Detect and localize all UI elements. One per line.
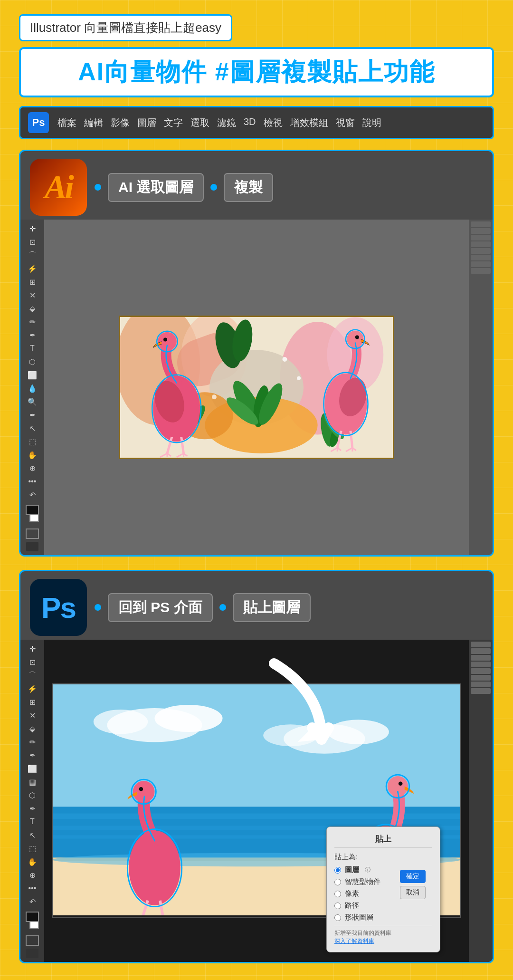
ai-artwork-frame [119, 316, 394, 460]
ps-tool-text[interactable]: T [25, 817, 39, 827]
ps-tool-heal[interactable]: ⬙ [25, 723, 39, 734]
tool-eraser[interactable]: ⬜ [25, 370, 39, 380]
menu-item-select[interactable]: 選取 [190, 116, 209, 129]
ai-section-card: Ai AI 選取圖層 複製 ✛ ⊡ ⌒ ⚡ [19, 150, 494, 557]
ps-label-back-text: 回到 PS 介面 [118, 599, 202, 615]
panel-strip-6 [471, 255, 491, 260]
tool-zoom2[interactable]: ⊕ [25, 463, 39, 473]
ps-tool-dots[interactable]: ••• [25, 883, 39, 894]
ai-app-icon: Ai [30, 159, 87, 216]
ai-dot-1 [95, 184, 101, 191]
ps-tool-palette: ✛ ⊡ ⌒ ⚡ ⊞ ✕ ⬙ ✏ ✒ ⬜ ▦ ⬡ ✒ T ↖ ⬚ ✋ ⊕ ••• … [20, 640, 44, 962]
tool-rect[interactable]: ⬚ [25, 436, 39, 447]
ps-tool-move[interactable]: ✛ [25, 644, 39, 654]
menu-item-file[interactable]: 檔案 [57, 116, 76, 129]
paste-cancel-button[interactable]: 取消 [400, 886, 426, 899]
paste-option-path[interactable]: 路徑 [334, 901, 432, 910]
paste-radio-smart[interactable] [334, 879, 341, 885]
tool-color-bg [29, 514, 39, 522]
menu-item-help[interactable]: 說明 [362, 116, 381, 129]
tool-pencil[interactable]: ✏ [25, 317, 39, 327]
ps-tool-swap2[interactable]: ↶ [25, 896, 39, 907]
tool-eyedrop[interactable]: 💧 [25, 383, 39, 394]
ps-tool-zoom3[interactable]: ⊕ [25, 870, 39, 880]
paste-radio-pixel[interactable] [334, 891, 341, 897]
ps-color-fg[interactable] [26, 912, 39, 922]
tool-brush[interactable]: ⬙ [25, 303, 39, 314]
tool-crop[interactable]: ⊞ [25, 277, 39, 287]
tool-mode[interactable] [26, 542, 38, 551]
ps-tool-pen[interactable]: ✒ [25, 803, 39, 814]
footer: TNL MEDIA GROUP Proudly Different Angles [19, 977, 494, 980]
ps-tool-hand2[interactable]: ✋ [25, 856, 39, 867]
ai-dot-2 [210, 184, 217, 191]
ai-artwork-svg [120, 317, 393, 458]
ps-tool-lasso[interactable]: ⌒ [25, 670, 39, 681]
ps-tool-wand[interactable]: ⚡ [25, 683, 39, 694]
menu-item-3d[interactable]: 3D [244, 116, 256, 129]
tool-zoom[interactable]: 🔍 [25, 396, 39, 407]
tool-dots[interactable]: ••• [25, 476, 39, 487]
menu-item-text[interactable]: 文字 [164, 116, 183, 129]
svg-point-38 [282, 357, 287, 362]
svg-point-39 [297, 376, 301, 380]
ps-label-paste-text: 貼上圖層 [243, 599, 300, 615]
ps-tool-path[interactable]: ↖ [25, 830, 39, 840]
tool-shape[interactable]: ⬡ [25, 356, 39, 367]
paste-footer: 新增至我目前的資料庫 深入了解資料庫 [334, 926, 432, 945]
ai-tool-palette: ✛ ⊡ ⌒ ⚡ ⊞ ✕ ⬙ ✏ ✒ T ⬡ ⬜ 💧 🔍 ✒ ↖ ⬚ ✋ ⊕ ••… [20, 220, 44, 555]
ps-panel-strip-6 [471, 675, 491, 681]
menu-item-plugins[interactable]: 增效模組 [290, 116, 328, 129]
paste-radio-shape[interactable] [334, 914, 341, 921]
paste-label-path: 路徑 [345, 901, 359, 910]
ps-label-group: 回到 PS 介面 貼上圖層 [95, 593, 311, 622]
panel-strip-2 [471, 228, 491, 234]
ai-icon-text: Ai [45, 168, 72, 206]
ai-workspace: ✛ ⊡ ⌒ ⚡ ⊞ ✕ ⬙ ✏ ✒ T ⬡ ⬜ 💧 🔍 ✒ ↖ ⬚ ✋ ⊕ ••… [20, 220, 493, 555]
tool-arrow[interactable]: ↖ [25, 423, 39, 433]
tool-select[interactable]: ⊡ [25, 237, 39, 247]
ps-tool-crop[interactable]: ⊞ [25, 697, 39, 707]
paste-radio-path[interactable] [334, 903, 341, 909]
ps-tool-shape[interactable]: ⬚ [25, 843, 39, 854]
paste-confirm-button[interactable]: 確定 [400, 870, 426, 883]
tool-pen2[interactable]: ✒ [25, 410, 39, 420]
menu-item-edit[interactable]: 編輯 [84, 116, 103, 129]
tool-crosshair[interactable]: ✕ [25, 290, 39, 300]
ps-section-card: Ps 回到 PS 介面 貼上圖層 ✛ ⊡ ⌒ ⚡ ⊞ [19, 570, 494, 963]
svg-point-32 [355, 335, 359, 339]
paste-footer-link[interactable]: 深入了解資料庫 [334, 937, 432, 945]
menu-item-window[interactable]: 視窗 [336, 116, 355, 129]
tool-lasso[interactable]: ⌒ [25, 250, 39, 260]
tool-wand[interactable]: ⚡ [25, 263, 39, 274]
ps-tool-eraser2[interactable]: ⬜ [25, 763, 39, 774]
ps-workspace: ✛ ⊡ ⌒ ⚡ ⊞ ✕ ⬙ ✏ ✒ ⬜ ▦ ⬡ ✒ T ↖ ⬚ ✋ ⊕ ••• … [20, 640, 493, 962]
ps-dot-2 [219, 604, 226, 611]
ps-label-back: 回到 PS 介面 [108, 593, 213, 622]
menu-item-filter[interactable]: 濾鏡 [217, 116, 236, 129]
menu-item-layer[interactable]: 圖層 [137, 116, 156, 129]
ps-mode[interactable] [26, 949, 38, 958]
tool-color-fg[interactable] [26, 505, 39, 515]
paste-radio-layer[interactable] [334, 867, 341, 874]
tool-move[interactable]: ✛ [25, 223, 39, 234]
menu-item-view[interactable]: 檢視 [264, 116, 283, 129]
ps-tool-eyedrop[interactable]: ✕ [25, 710, 39, 721]
big-arrow [250, 654, 336, 751]
menu-item-image[interactable]: 影像 [111, 116, 130, 129]
svg-point-64 [399, 781, 403, 786]
ps-tool-gradient[interactable]: ▦ [25, 777, 39, 787]
ps-tool-select[interactable]: ⊡ [25, 657, 39, 667]
tool-swap[interactable]: ↶ [25, 490, 39, 500]
tool-pen[interactable]: ✒ [25, 330, 39, 340]
tool-type[interactable]: T [25, 343, 39, 354]
paste-label-pixel: 像素 [345, 889, 359, 898]
tool-hand[interactable]: ✋ [25, 450, 39, 460]
svg-point-43 [155, 705, 223, 732]
paste-option-shape[interactable]: 形狀圖層 [334, 913, 432, 922]
ps-tool-brush[interactable]: ✏ [25, 737, 39, 747]
ps-tool-stamp[interactable]: ✒ [25, 750, 39, 760]
tool-none [26, 528, 39, 539]
ps-panel-strip-1 [471, 642, 491, 647]
ps-tool-dodge[interactable]: ⬡ [25, 790, 39, 800]
